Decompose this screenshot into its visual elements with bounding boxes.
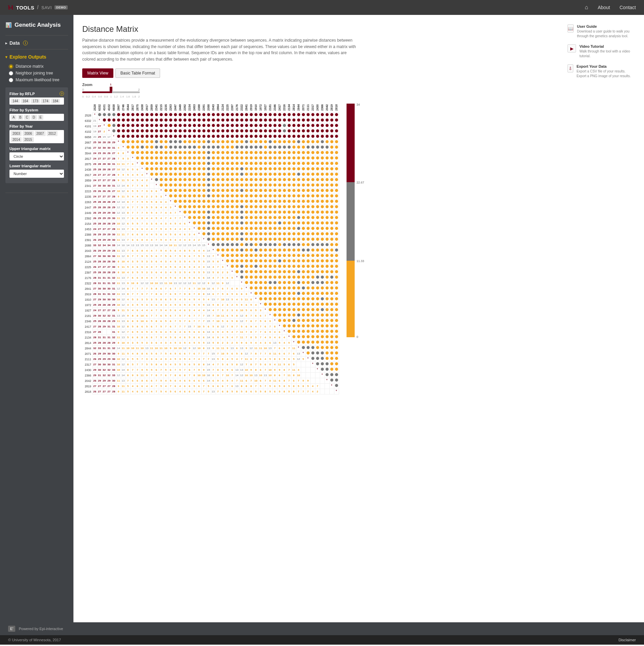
chip[interactable]: 2006 bbox=[23, 131, 34, 136]
chip[interactable]: 2012 bbox=[47, 131, 58, 136]
view-tabs: Matrix View Basic Table Format bbox=[82, 68, 559, 78]
filter-rflp-label: Filter by RFLP ? bbox=[9, 91, 64, 96]
chip[interactable]: 174 bbox=[41, 99, 50, 104]
color-legend: 34 22.67 11.33 0 bbox=[347, 104, 358, 337]
help-column: 📖User GuideDownload a user guide to walk… bbox=[568, 24, 635, 84]
sidebar-data-header[interactable]: ▸ Data i bbox=[5, 40, 68, 46]
chip[interactable]: C bbox=[24, 115, 30, 120]
distance-matrix[interactable]: 2528633241014102665826672746354428172875… bbox=[82, 104, 339, 394]
copyright: © University of Minnesota, 2017 bbox=[8, 638, 61, 642]
brand-app: SAVI bbox=[41, 5, 52, 10]
filter-year-input[interactable]: 200320062007201220142015 bbox=[9, 130, 64, 143]
help-icon[interactable]: ? bbox=[60, 91, 64, 96]
help-icon: ▶ bbox=[568, 44, 576, 52]
sidebar: Genetic Analysis ▸ Data i ▾ Explore Outp… bbox=[0, 15, 73, 622]
zoom-handle[interactable]: 1 bbox=[110, 87, 112, 91]
help-item[interactable]: 📖User GuideDownload a user guide to walk… bbox=[568, 24, 635, 38]
help-item[interactable]: ▶Video TutorialWalk through the tool wit… bbox=[568, 44, 635, 58]
chip[interactable]: B bbox=[18, 115, 23, 120]
brand: Ⲙ TOOLS / SAVI DEMO bbox=[8, 4, 68, 11]
sidebar-item-1[interactable]: Neighbor joining tree bbox=[5, 70, 68, 77]
disclaimer-link[interactable]: Disclaimer bbox=[619, 638, 636, 642]
page-intro: Pairwise distance matrices provide a mea… bbox=[82, 37, 360, 62]
upper-select[interactable]: Circle bbox=[9, 152, 64, 160]
home-icon[interactable] bbox=[585, 4, 588, 11]
data-label: Data bbox=[9, 40, 20, 46]
sidebar-title: Genetic Analysis bbox=[5, 22, 68, 28]
chip[interactable]: 2003 bbox=[11, 131, 22, 136]
chip[interactable]: 2007 bbox=[35, 131, 46, 136]
lower-label: Lower triangular matrix bbox=[9, 164, 64, 168]
brand-tools: TOOLS bbox=[16, 5, 35, 10]
filter-system-input[interactable]: ABCDE bbox=[9, 114, 64, 121]
zoom-label: Zoom bbox=[82, 83, 559, 87]
explore-label: Explore Outputs bbox=[9, 54, 46, 60]
help-item[interactable]: ⇩Export Your DataExport a CSV file of yo… bbox=[568, 64, 635, 78]
help-icon: 📖 bbox=[568, 24, 574, 33]
filter-rflp-input[interactable]: 144164173174184 bbox=[9, 98, 64, 105]
sidebar-item-0[interactable]: Distance matrix bbox=[5, 63, 68, 70]
powered-by: Powered by Epi-interactive bbox=[19, 627, 63, 631]
chip[interactable]: 2015 bbox=[23, 137, 34, 142]
chip[interactable]: 173 bbox=[31, 99, 40, 104]
lower-select[interactable]: Number bbox=[9, 170, 64, 178]
chip[interactable]: 144 bbox=[11, 99, 20, 104]
nav-contact[interactable]: Contact bbox=[620, 5, 636, 10]
filter-panel: Filter by RFLP ? 144164173174184 Filter … bbox=[5, 87, 68, 183]
upper-label: Upper triangular matrix bbox=[9, 147, 64, 151]
chip[interactable]: A bbox=[11, 115, 17, 120]
help-icon: ⇩ bbox=[568, 64, 573, 72]
tab-matrix-view[interactable]: Matrix View bbox=[82, 68, 113, 78]
chip[interactable]: D bbox=[31, 115, 37, 120]
info-icon[interactable]: i bbox=[23, 41, 28, 45]
epi-logo: E' bbox=[8, 626, 15, 632]
tab-basic-table[interactable]: Basic Table Format bbox=[115, 68, 160, 78]
chip[interactable]: 164 bbox=[21, 99, 30, 104]
chip[interactable]: 2014 bbox=[11, 137, 22, 142]
chip[interactable]: 184 bbox=[51, 99, 60, 104]
filter-year-label: Filter by Year bbox=[9, 124, 64, 128]
filter-system-label: Filter by System bbox=[9, 108, 64, 112]
top-nav: About Contact bbox=[585, 4, 636, 11]
sidebar-item-2[interactable]: Maximum likelihood tree bbox=[5, 77, 68, 83]
demo-badge: DEMO bbox=[54, 5, 68, 9]
page-title: Distance Matrix bbox=[82, 24, 559, 34]
sidebar-explore-header[interactable]: ▾ Explore Outputs bbox=[5, 54, 68, 60]
chip[interactable]: E bbox=[38, 115, 44, 120]
zoom-slider[interactable]: 02 1 00.20.40.60.811.21.41.61.82 bbox=[82, 88, 140, 98]
logo-icon: Ⲙ bbox=[8, 4, 14, 11]
nav-about[interactable]: About bbox=[598, 5, 610, 10]
